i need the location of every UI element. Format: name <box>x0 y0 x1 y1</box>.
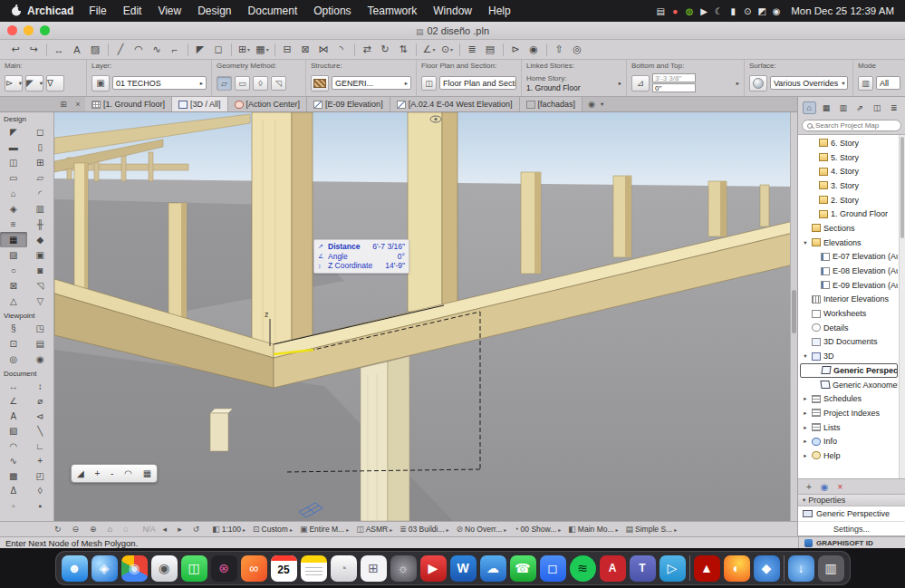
finder-dock-icon[interactable]: ☻ <box>62 555 88 582</box>
opening-tool-icon[interactable]: ◙ <box>27 263 54 278</box>
tree-item[interactable]: ▸ Lists <box>800 420 898 435</box>
bottom-offset-field[interactable]: 0" <box>652 83 696 92</box>
add-viewpoint-icon[interactable]: + <box>806 482 812 492</box>
layer-combination-selector[interactable]: ≣03 Buildi...▸ <box>398 525 448 534</box>
detail-marker-tool-icon[interactable]: ▫ <box>0 498 27 514</box>
model-view-selector[interactable]: ◧Main Mo...▸ <box>566 525 618 534</box>
loom-dock-icon[interactable]: ∞ <box>241 555 267 582</box>
tree-item[interactable]: Sections <box>800 221 898 236</box>
elevation-offset-icon[interactable]: ⊿ <box>631 75 650 92</box>
line-icon[interactable]: ╱ <box>112 42 130 58</box>
menubar-item[interactable]: Window <box>425 5 480 17</box>
tree-item[interactable]: E-07 Elevation (Au <box>800 250 898 265</box>
siri-icon[interactable]: ◉ <box>769 6 784 16</box>
wall-tool-icon[interactable]: ▬ <box>0 140 27 155</box>
rotate-icon[interactable]: ↻ <box>377 42 394 58</box>
meeting-cam-icon[interactable]: ◍ <box>682 6 697 16</box>
tree-item[interactable]: Worksheets <box>800 306 898 321</box>
shell-tool-icon[interactable]: ◜ <box>27 186 54 201</box>
view-tab[interactable]: [fachadas] <box>520 97 583 111</box>
tree-chevron-icon[interactable]: ▸ <box>802 395 809 402</box>
zoom-window-button[interactable] <box>40 25 50 35</box>
mesh-tool-icon[interactable]: ▦ <box>0 232 27 247</box>
trash-dock-icon[interactable]: ▥ <box>818 555 844 582</box>
scrollbar-thumb[interactable] <box>900 137 904 238</box>
move-icon[interactable]: ⇄ <box>359 42 376 58</box>
mirror-icon[interactable]: ⇅ <box>395 42 412 58</box>
organizer-icon[interactable]: ◫ <box>871 101 884 114</box>
chrome-dock-icon[interactable]: ◉ <box>121 555 148 582</box>
arrow-cursor-icon[interactable]: ◤ <box>192 42 209 58</box>
marquee-icon[interactable]: ◻ <box>210 42 227 58</box>
layers-icon[interactable]: ≣ <box>464 42 481 58</box>
surface-dropdown[interactable]: Various Overrides▾ <box>770 76 848 90</box>
zoom-dock-icon[interactable]: ◻ <box>540 555 566 582</box>
object-tool-icon[interactable]: ▣ <box>27 247 54 263</box>
change-tool-icon[interactable]: Δ <box>0 484 27 499</box>
focus-moon-icon[interactable]: ☾ <box>711 6 726 16</box>
fill-icon[interactable]: ▨ <box>87 42 104 58</box>
publish-icon[interactable]: ⇧ <box>551 42 568 58</box>
tracker-row[interactable]: ↗ Distance 6'-7 3/16" <box>318 242 405 252</box>
scrollbar-thumb[interactable] <box>792 290 796 333</box>
graphic-override-selector[interactable]: ⊘No Overr...▸ <box>455 525 507 534</box>
window-tool-icon[interactable]: ⊞ <box>27 155 54 170</box>
tree-item[interactable]: E-09 Elevation (Au <box>800 278 898 293</box>
mode-icon[interactable]: ▥ <box>858 76 873 91</box>
tree-item[interactable]: 5. Story <box>800 150 898 165</box>
menubar-item[interactable]: Help <box>480 5 519 17</box>
toolbox-section-document[interactable]: Document <box>0 367 53 379</box>
tree-item[interactable]: 1. Ground Floor <box>800 207 898 221</box>
video-dock-icon[interactable]: ▶ <box>420 555 447 582</box>
calendar-dock-icon[interactable]: 25 <box>271 555 297 582</box>
angle-dimension-tool-icon[interactable]: ∠ <box>0 394 27 410</box>
beam-head-tool-icon[interactable]: ▽ <box>27 294 54 309</box>
slope-geometry-icon[interactable]: ◹ <box>271 76 286 91</box>
slab-tool-icon[interactable]: ▱ <box>27 170 54 186</box>
dropbox-dock-icon[interactable]: ◆ <box>754 555 780 582</box>
rectangle-geometry-icon[interactable]: ▭ <box>235 76 250 91</box>
line-tool-icon[interactable]: ╲ <box>27 424 54 439</box>
layout-book-icon[interactable]: ▥ <box>836 101 850 114</box>
polyline-icon[interactable]: ⌐ <box>167 42 184 58</box>
spline-tool-icon[interactable]: ∿ <box>0 454 27 469</box>
arc-icon[interactable]: ◠ <box>130 42 148 58</box>
publisher-icon[interactable]: ⇗ <box>853 101 867 114</box>
default-settings-icon[interactable]: ◤▾ <box>25 75 43 92</box>
floorplan-dropdown[interactable]: Floor Plan and Section...▸ <box>439 76 516 90</box>
column-tool-icon[interactable]: ▯ <box>27 140 54 155</box>
hotspot-tool-icon[interactable]: + <box>27 454 54 469</box>
dimension-icon[interactable]: ↔ <box>51 42 68 58</box>
close-tab-icon[interactable]: × <box>71 100 85 109</box>
view-tab[interactable]: [E-09 Elevation] <box>307 97 390 111</box>
acrobat-dock-icon[interactable]: ▲ <box>694 555 720 582</box>
tree-chevron-icon[interactable]: ▾ <box>802 352 809 360</box>
view-tab[interactable]: [A.02.4 E-04 West Elevation] <box>390 97 520 111</box>
tree-scrollbar[interactable] <box>899 135 905 478</box>
home-story-value[interactable]: 1. Ground Floor <box>526 83 612 92</box>
3d-viewport[interactable]: z <box>54 112 797 521</box>
guide-lines-icon[interactable]: ∠▾ <box>420 42 438 58</box>
polyline-tool-icon[interactable]: ∟ <box>27 439 54 454</box>
refresh-icon[interactable]: ↺ <box>193 525 206 534</box>
next-view-icon[interactable]: ▸ <box>178 525 188 534</box>
curtain-wall-tool-icon[interactable]: ▥ <box>27 201 54 217</box>
detail-tool-icon[interactable]: ◎ <box>0 352 27 367</box>
dimension-tool-icon[interactable]: ↔ <box>0 379 27 394</box>
tracker-row[interactable]: ↕ Z Coordinate 14'-9" <box>318 261 405 271</box>
pickup-parameters-icon[interactable]: ∇ <box>46 75 64 92</box>
undo-icon[interactable]: ↩ <box>7 42 24 58</box>
snap-grid-icon[interactable]: ▦▾ <box>254 42 271 58</box>
apple-menu-icon[interactable] <box>11 4 22 19</box>
text-icon[interactable]: A <box>69 42 86 58</box>
view-tab[interactable]: [1. Ground Floor] <box>85 97 172 111</box>
tracker-row[interactable]: ∠ Angle 0° <box>318 252 405 262</box>
pen-set-selector[interactable]: ◫ASMR▸ <box>354 525 392 534</box>
menubar-item[interactable]: File <box>81 5 114 17</box>
tree-item[interactable]: ▸ Schedules <box>800 391 898 406</box>
surface-sphere-icon[interactable] <box>749 75 767 92</box>
battery-icon[interactable]: ▮ <box>726 6 740 16</box>
morph-tool-icon[interactable]: ◆ <box>27 232 54 247</box>
dimension-style-selector[interactable]: ▤Simple S...▸ <box>624 525 678 534</box>
lamp-tool-icon[interactable]: ○ <box>0 263 27 278</box>
